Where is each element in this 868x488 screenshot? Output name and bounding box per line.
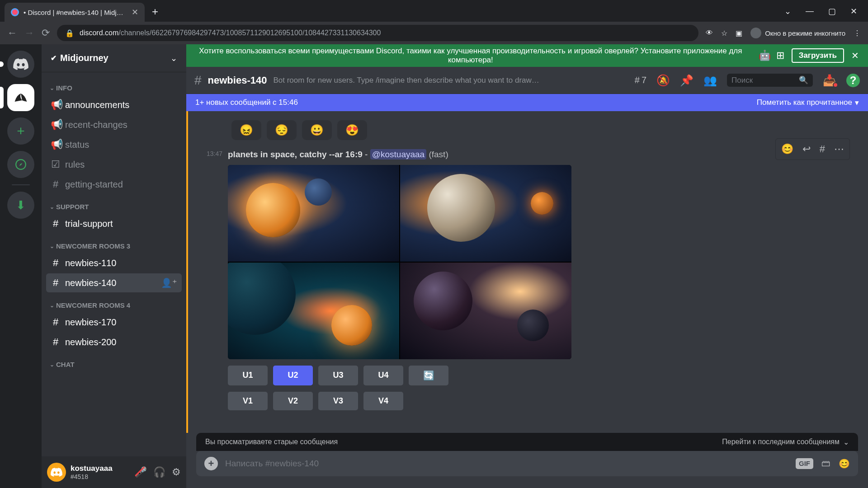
create-invite-icon[interactable]: 👤⁺ [161, 277, 177, 288]
add-reaction-icon[interactable]: 😊 [778, 141, 797, 158]
maximize-icon[interactable]: ▢ [828, 6, 836, 16]
jump-bar: Вы просматриваете старые сообщения Перей… [196, 433, 858, 451]
channel-newbies-200[interactable]: #newbies-200 [46, 333, 182, 352]
category-header[interactable]: NEWCOMER ROOMS 4 [46, 293, 182, 312]
help-button[interactable]: ? [846, 74, 860, 87]
upscale-1-button[interactable]: U1 [228, 366, 268, 385]
reply-icon[interactable]: ↩ [799, 141, 814, 158]
variation-3-button[interactable]: V3 [318, 392, 358, 410]
reload-button[interactable]: ⟳ [42, 27, 50, 39]
emoji-button[interactable]: 😊 [839, 458, 850, 469]
channel-rules[interactable]: ☑rules [46, 155, 182, 174]
explore-button[interactable] [7, 151, 34, 178]
url-input[interactable]: 🔒 discord.com/channels/66226797698429747… [57, 25, 698, 41]
thread-icon[interactable]: # [816, 141, 829, 158]
sticker-button[interactable]: 🗃 [821, 458, 830, 469]
discord-logo-icon [51, 468, 62, 477]
channel-list[interactable]: INFO📢announcements📢recent-changes📢status… [42, 72, 186, 456]
message-input[interactable]: + Написать #newbies-140 GIF 🗃 😊 [196, 451, 858, 476]
variation-4-button[interactable]: V4 [363, 392, 403, 410]
eye-off-icon[interactable]: 👁 [706, 29, 713, 37]
forward-button[interactable]: → [24, 27, 34, 39]
menu-icon[interactable]: ⋮ [854, 29, 861, 38]
upscale-3-button[interactable]: U3 [318, 366, 358, 385]
browser-tab-strip: • Discord | #newbies-140 | Midj… ✕ + ⌄ —… [0, 0, 868, 22]
chevron-down-icon[interactable]: ⌄ [784, 6, 791, 16]
upscale-2-button[interactable]: U2 [273, 366, 313, 385]
avatar[interactable] [47, 463, 66, 482]
variation-1-button[interactable]: V1 [228, 392, 268, 410]
channel-label: trial-support [65, 219, 113, 229]
reaction-button[interactable]: 😀 [302, 120, 332, 140]
android-icon[interactable]: 🤖 [759, 50, 771, 61]
user-tag: #4518 [71, 473, 130, 480]
panel-icon[interactable]: ▣ [736, 29, 742, 38]
channel-announcements[interactable]: 📢announcements [46, 95, 182, 114]
pins-button[interactable]: 📌 [680, 74, 693, 87]
more-icon[interactable]: ⋯ [830, 141, 848, 158]
tab-close-icon[interactable]: ✕ [132, 7, 138, 17]
mark-read-button[interactable]: Пометить как прочитанное ▾ [757, 98, 859, 108]
user-panel: kostuayaaa #4518 🎤 🎧 ⚙ [42, 456, 186, 488]
input-placeholder: Написать #newbies-140 [225, 459, 788, 469]
attach-button[interactable]: + [204, 457, 218, 470]
image-panel-3 [228, 263, 399, 359]
mic-button[interactable]: 🎤 [135, 466, 147, 478]
gif-button[interactable]: GIF [796, 458, 813, 469]
image-grid[interactable] [228, 165, 571, 359]
channel-newbies-110[interactable]: #newbies-110 [46, 253, 182, 272]
toolbar-right: 👁 ☆ ▣ Окно в режиме инкогнито ⋮ [706, 28, 861, 38]
channel-icon: # [51, 316, 61, 328]
category-header[interactable]: INFO [46, 76, 182, 94]
jump-latest-button[interactable]: Перейти к последним сообщениям ⌄ [722, 438, 849, 446]
channel-icon: 📢 [51, 139, 61, 150]
channel-topic[interactable]: Bot room for new users. Type /imagine th… [273, 76, 628, 85]
add-server-button[interactable]: + [7, 117, 34, 145]
headphones-button[interactable]: 🎧 [153, 466, 165, 478]
members-button[interactable]: 👥 [703, 74, 717, 87]
home-button[interactable] [7, 51, 34, 78]
reaction-button[interactable]: 😖 [231, 120, 261, 140]
channel-icon: ☑ [51, 159, 61, 170]
category-header[interactable]: SUPPORT [46, 195, 182, 213]
reroll-button[interactable]: 🔄 [409, 366, 448, 385]
channel-trial-support[interactable]: #trial-support [46, 214, 182, 233]
close-icon[interactable]: ✕ [851, 50, 859, 61]
variation-row: V1V2V3V4 [228, 392, 859, 410]
variation-2-button[interactable]: V2 [273, 392, 313, 410]
download-button[interactable]: Загрузить [792, 48, 844, 63]
messages-scroll[interactable]: 😖😔😀😍 😊 ↩ # ⋯ 13:47 planets in space, cat… [186, 111, 868, 433]
channel-status[interactable]: 📢status [46, 135, 182, 154]
reaction-button[interactable]: 😔 [267, 120, 297, 140]
channel-label: status [65, 140, 89, 150]
channel-newbies-170[interactable]: #newbies-170 [46, 313, 182, 332]
new-messages-bar[interactable]: 1+ новых сообщений с 15:46 Пометить как … [186, 94, 868, 111]
new-tab-button[interactable]: + [145, 5, 165, 22]
search-input[interactable]: Поиск 🔍 [727, 74, 813, 87]
server-header[interactable]: ✔ Midjourney ⌄ [42, 44, 186, 72]
message-actions: 😊 ↩ # ⋯ [775, 138, 850, 160]
channel-recent-changes[interactable]: 📢recent-changes [46, 115, 182, 134]
windows-icon[interactable]: ⊞ [776, 50, 784, 61]
server-midjourney[interactable] [7, 84, 34, 111]
user-name: kostuayaaa [71, 464, 130, 473]
reaction-button[interactable]: 😍 [337, 120, 367, 140]
incognito-icon [750, 28, 761, 38]
download-apps-button[interactable]: ⬇ [7, 192, 34, 219]
threads-button[interactable]: #7 [635, 75, 646, 85]
browser-tab[interactable]: • Discord | #newbies-140 | Midj… ✕ [5, 3, 145, 22]
chevron-down-icon: ⌄ [843, 438, 849, 446]
star-icon[interactable]: ☆ [721, 29, 727, 38]
close-icon[interactable]: ✕ [850, 6, 857, 16]
channel-getting-started[interactable]: #getting-started [46, 175, 182, 194]
back-button[interactable]: ← [7, 27, 17, 39]
channel-newbies-140[interactable]: #newbies-140👤⁺ [46, 273, 182, 292]
mention[interactable]: @kostuayaaa [370, 149, 426, 160]
settings-button[interactable]: ⚙ [172, 466, 181, 478]
minimize-icon[interactable]: — [806, 6, 814, 16]
inbox-button[interactable]: 📥 [823, 74, 836, 87]
category-header[interactable]: CHAT [46, 352, 182, 371]
upscale-4-button[interactable]: U4 [363, 366, 403, 385]
category-header[interactable]: NEWCOMER ROOMS 3 [46, 234, 182, 253]
notifications-button[interactable]: 🔕 [656, 74, 670, 87]
